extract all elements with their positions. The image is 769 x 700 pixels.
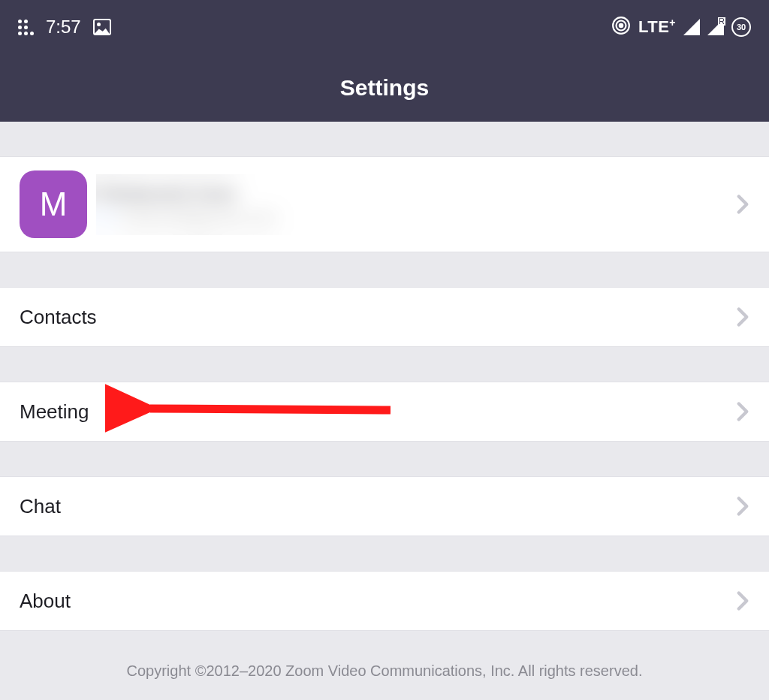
blackberry-icon (18, 20, 34, 35)
settings-row-contacts[interactable]: Contacts (0, 287, 769, 347)
network-type: LTE+ (638, 17, 676, 37)
settings-row-meeting[interactable]: Meeting (0, 382, 769, 442)
account-name: Redacted User (101, 182, 276, 205)
row-label: Chat (20, 495, 61, 518)
row-label: Contacts (20, 306, 97, 329)
avatar: M (20, 170, 87, 238)
hotspot-icon (611, 16, 631, 39)
account-row[interactable]: M Redacted User G redacted@gmail.com (0, 156, 769, 252)
footer-copyright: Copyright ©2012–2020 Zoom Video Communic… (0, 631, 769, 700)
row-label: About (20, 590, 71, 613)
clock-text: 7:57 (46, 17, 81, 38)
svg-point-0 (620, 23, 623, 26)
account-info: Redacted User G redacted@gmail.com (101, 182, 276, 228)
chevron-right-icon (736, 590, 749, 611)
header-bar: Settings (0, 54, 769, 122)
chevron-right-icon (736, 401, 749, 422)
battery-icon: 30 (731, 17, 751, 37)
signal-roaming-icon: R (707, 19, 724, 35)
status-left: 7:57 (18, 17, 111, 38)
chevron-right-icon (736, 306, 749, 327)
picture-icon (93, 19, 111, 35)
account-email: G redacted@gmail.com (101, 208, 276, 228)
chevron-right-icon (736, 496, 749, 517)
settings-row-chat[interactable]: Chat (0, 476, 769, 536)
status-bar: 7:57 LTE+ R 30 (0, 0, 769, 54)
page-title: Settings (340, 75, 429, 101)
content: M Redacted User G redacted@gmail.com Con… (0, 122, 769, 700)
row-label: Meeting (20, 400, 89, 424)
settings-row-about[interactable]: About (0, 571, 769, 631)
status-right: LTE+ R 30 (611, 16, 751, 39)
google-icon: G (101, 210, 116, 225)
signal-icon (683, 19, 700, 35)
chevron-right-icon (736, 194, 749, 215)
